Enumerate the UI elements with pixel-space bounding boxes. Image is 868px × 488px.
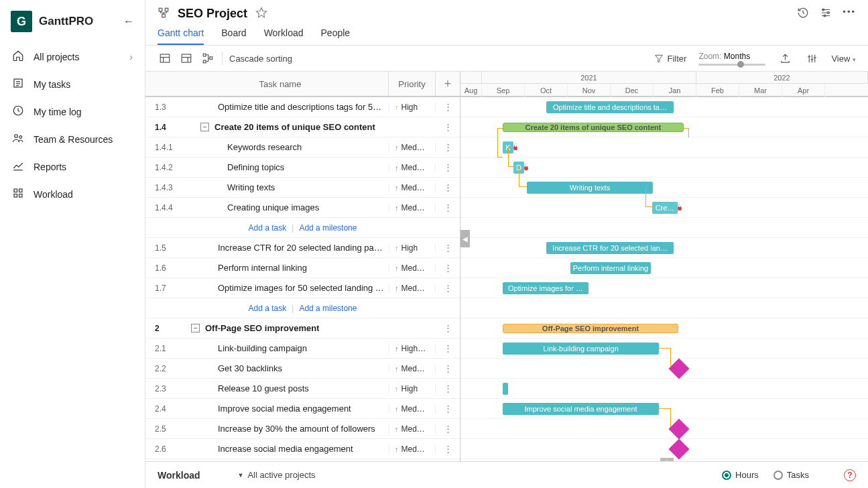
task-row[interactable]: 1.4.2Defining topics↑Med…⋮	[145, 158, 460, 178]
gantt-bar[interactable]: Perform internal linking	[570, 262, 651, 274]
milestone-diamond[interactable]	[668, 418, 689, 439]
priority-cell[interactable]: ↑High	[389, 103, 436, 112]
priority-arrow-icon: ↑	[395, 264, 399, 272]
radio-tasks[interactable]: Tasks	[773, 470, 809, 480]
row-more-icon[interactable]: ⋮	[436, 444, 460, 454]
row-more-icon[interactable]: ⋮	[436, 424, 460, 434]
gantt-bar[interactable]: Writing texts	[527, 182, 653, 194]
priority-cell[interactable]: ↑High…	[389, 344, 436, 353]
row-more-icon[interactable]: ⋮	[436, 182, 460, 192]
priority-cell[interactable]: ↑Med…	[389, 163, 436, 172]
row-more-icon[interactable]: ⋮	[436, 122, 460, 132]
priority-cell[interactable]: ↑Med…	[389, 143, 436, 152]
settings-icon[interactable]	[820, 7, 832, 21]
tab-workload[interactable]: Workload	[264, 27, 304, 45]
gantt-bar[interactable]: Link-building campaign	[503, 343, 659, 355]
row-more-icon[interactable]: ⋮	[436, 142, 460, 152]
row-more-icon[interactable]: ⋮	[436, 243, 460, 253]
task-row[interactable]: 1.4.4Creating unique images↑Med…⋮	[145, 198, 460, 218]
row-more-icon[interactable]: ⋮	[436, 162, 460, 172]
row-more-icon[interactable]: ⋮	[436, 202, 460, 212]
priority-cell[interactable]: ↑Med…	[389, 364, 436, 373]
priority-cell[interactable]: ↑Med…	[389, 424, 436, 434]
radio-hours[interactable]: Hours	[722, 470, 759, 480]
gantt-bar[interactable]: Increase CTR for 20 selected lan…	[546, 242, 674, 254]
task-row[interactable]: 1.5Increase CTR for 20 selected landing …	[145, 238, 460, 258]
task-row[interactable]: 2−Off-Page SEO improvement⋮	[145, 318, 460, 339]
task-row[interactable]: 2.3Release 10 guest posts↑High⋮	[145, 379, 460, 399]
milestone-diamond[interactable]	[668, 358, 689, 379]
hierarchy-icon[interactable]	[200, 51, 215, 66]
row-more-icon[interactable]: ⋮	[436, 363, 460, 373]
task-row[interactable]: 1.4.3Writing texts↑Med…⋮	[145, 178, 460, 198]
row-more-icon[interactable]: ⋮	[436, 323, 460, 333]
add-column-button[interactable]: +	[436, 72, 460, 96]
gantt-bar[interactable]: Improve social media engagement	[503, 403, 659, 415]
row-more-icon[interactable]: ⋮	[436, 383, 460, 393]
zoom-control[interactable]: Zoom: Months	[698, 52, 765, 66]
priority-cell[interactable]: ↑Med…	[389, 263, 436, 273]
filter-button[interactable]: Filter	[654, 54, 687, 64]
help-icon[interactable]: ?	[844, 469, 856, 481]
gantt-bar[interactable]: Off-Page SEO improvement	[503, 324, 678, 333]
collapse-group-icon[interactable]: −	[191, 324, 200, 332]
priority-cell[interactable]: ↑High	[389, 384, 436, 393]
priority-cell[interactable]: ↑Med…	[389, 183, 436, 192]
view-dropdown[interactable]: View ▾	[831, 54, 856, 64]
priority-cell[interactable]: ↑Med…	[389, 203, 436, 212]
star-icon[interactable]	[255, 7, 267, 21]
task-row[interactable]: 1.3Optimize title and descriptions tags …	[145, 97, 460, 117]
task-row[interactable]: 1.6Perform internal linking↑Med…⋮	[145, 258, 460, 278]
task-row[interactable]: 1.4.1Keywords research↑Med…⋮	[145, 137, 460, 158]
task-row[interactable]: 2.2Get 30 backlinks↑Med…⋮	[145, 359, 460, 379]
gantt-bar[interactable]: Optimize images for …	[503, 282, 588, 294]
history-icon[interactable]	[797, 7, 809, 21]
task-row[interactable]: 1.7Optimize images for 50 selected landi…	[145, 278, 460, 298]
collapse-group-icon[interactable]: −	[200, 123, 209, 131]
wbs-cell: 1.7	[145, 284, 191, 293]
collapse-sidebar-icon[interactable]: ←	[123, 15, 134, 27]
priority-cell[interactable]: ↑Med…	[389, 404, 436, 414]
gantt-bar[interactable]: Cre…	[652, 202, 678, 214]
row-more-icon[interactable]: ⋮	[436, 404, 460, 414]
sidebar-item-my-tasks[interactable]: My tasks	[0, 70, 145, 98]
collapse-grid-tab[interactable]: ◀	[460, 230, 470, 247]
columns-icon[interactable]	[804, 51, 819, 66]
gantt-bar[interactable]: Optimize title and descriptions ta…	[546, 101, 674, 113]
svg-marker-27	[655, 55, 662, 62]
sidebar-item-team-resources[interactable]: Team & Resources	[0, 125, 145, 153]
sidebar-item-all-projects[interactable]: All projects›	[0, 43, 145, 70]
cascade-sorting[interactable]: Cascade sorting	[229, 54, 292, 64]
layout-icon-1[interactable]	[158, 51, 172, 66]
tab-people[interactable]: People	[321, 27, 351, 45]
add-task-link[interactable]: Add a task	[249, 223, 287, 233]
priority-cell[interactable]: ↑High	[389, 243, 436, 253]
workload-project-dropdown[interactable]: ▼ All active projects	[238, 470, 316, 480]
task-row[interactable]: 2.5Increase by 30% the amount of followe…	[145, 419, 460, 439]
task-row[interactable]: 2.4Improve social media engagement↑Med…⋮	[145, 399, 460, 419]
layout-icon-2[interactable]	[179, 51, 194, 66]
milestone-diamond[interactable]	[668, 438, 689, 459]
task-row[interactable]: 1.4−Create 20 items of unique SEO conten…	[145, 117, 460, 137]
priority-cell[interactable]: ↑Med…	[389, 284, 436, 293]
sidebar-item-reports[interactable]: Reports	[0, 153, 145, 180]
sidebar-item-my-time-log[interactable]: My time log	[0, 98, 145, 125]
add-milestone-link[interactable]: Add a milestone	[299, 223, 357, 233]
row-more-icon[interactable]: ⋮	[436, 102, 460, 112]
row-more-icon[interactable]: ⋮	[436, 343, 460, 353]
add-task-link[interactable]: Add a task	[249, 304, 287, 313]
expand-down-tab[interactable]: ▼	[660, 458, 674, 461]
export-icon[interactable]	[778, 51, 792, 66]
sidebar-item-workload[interactable]: Workload	[0, 180, 145, 208]
priority-cell[interactable]: ↑Med…	[389, 444, 436, 454]
task-row[interactable]: 2.6Increase social media engagement↑Med……	[145, 439, 460, 459]
tab-board[interactable]: Board	[221, 27, 246, 45]
row-more-icon[interactable]: ⋮	[436, 283, 460, 293]
row-more-icon[interactable]: ⋮	[436, 263, 460, 273]
more-icon[interactable]: •••	[843, 7, 856, 21]
task-row[interactable]: 2.1Link-building campaign↑High…⋮	[145, 339, 460, 359]
tab-gantt-chart[interactable]: Gantt chart	[158, 27, 204, 45]
add-milestone-link[interactable]: Add a milestone	[299, 304, 357, 313]
gantt-bar[interactable]	[503, 383, 508, 395]
gantt-bar[interactable]: Create 20 items of unique SEO content	[503, 123, 684, 132]
